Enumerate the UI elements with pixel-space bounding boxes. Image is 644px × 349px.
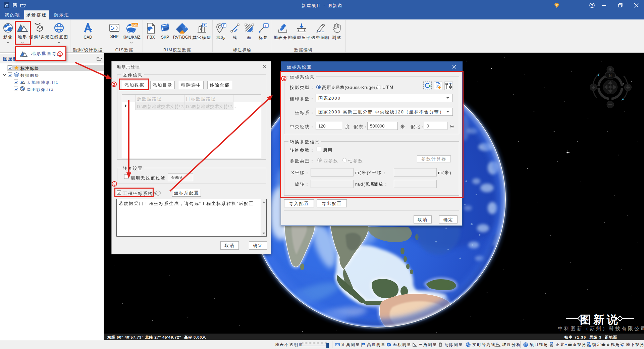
svg-text:N: N: [609, 73, 612, 78]
svg-text:?: ?: [157, 191, 159, 195]
svg-text:T: T: [265, 24, 267, 28]
svg-text:2: 2: [185, 25, 187, 28]
svg-text:V: V: [556, 4, 558, 6]
svg-text:T: T: [204, 23, 206, 27]
svg-text:?: ?: [591, 3, 593, 7]
svg-text:KML: KML: [131, 23, 138, 27]
